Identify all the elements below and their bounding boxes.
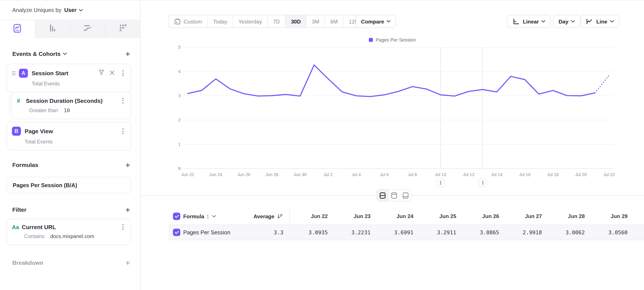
date-column-header[interactable]: Jun 23 <box>331 208 371 224</box>
cell-value: 3.0935 <box>288 225 328 241</box>
add-event-button[interactable]: + <box>126 50 130 58</box>
property-name[interactable]: Session Duration (Seconds) <box>26 97 116 104</box>
row-checkbox[interactable] <box>173 229 180 236</box>
dot-grid-icon <box>118 23 128 35</box>
formulas-section-header: Formulas + <box>12 161 130 168</box>
date-column-header[interactable]: Jun 27 <box>502 208 542 224</box>
formula-card[interactable]: Pages Per Session (B/A) <box>6 177 131 193</box>
filter-card[interactable]: Aa Current URL Contains docs.mixpanel.co… <box>6 219 131 245</box>
insights-report: Analyze Uniques by User <box>0 0 644 290</box>
x-tick-label: Jul 18 <box>547 172 559 177</box>
layout-split-toggle[interactable] <box>377 190 388 201</box>
tab-line-chart[interactable] <box>0 20 35 38</box>
report-type-tabs <box>0 20 140 38</box>
condition-value[interactable]: 10 <box>64 107 70 114</box>
event-card-session-start[interactable]: A Session Start Total Events <box>6 64 131 92</box>
x-tick-label: Jul 2 <box>324 172 333 177</box>
event-name[interactable]: Session Start <box>32 70 95 77</box>
sort-descending-icon <box>277 213 282 219</box>
event-menu-icon[interactable] <box>120 128 126 134</box>
table-row-pages-per-session[interactable]: Pages Per Session 3.3 3.09353.22313.6991… <box>168 224 644 240</box>
event-card-page-view[interactable]: B Page View Total Events <box>6 122 131 150</box>
filter-section-title: Filter <box>12 206 26 213</box>
add-filter-button[interactable]: + <box>126 206 130 213</box>
condition-operator[interactable]: Greater than <box>29 108 58 114</box>
x-tick-label: Jul 16 <box>519 172 531 177</box>
y-tick-label: 4 <box>178 69 181 74</box>
remove-event-icon[interactable] <box>110 70 115 77</box>
event-menu-icon[interactable] <box>120 70 126 76</box>
filter-value[interactable]: docs.mixpanel.com <box>50 233 94 239</box>
property-filter-card[interactable]: # Session Duration (Seconds) Greater tha… <box>12 92 131 119</box>
average-label: Average <box>254 213 274 219</box>
average-column-header[interactable]: Average <box>222 208 282 224</box>
chevron-down-icon <box>79 9 83 11</box>
number-property-icon: # <box>17 97 26 104</box>
cell-value: 3.0865 <box>460 225 499 241</box>
date-column-header[interactable]: Jun 24 <box>374 208 414 224</box>
x-tick-label: Jul 6 <box>380 172 389 177</box>
breakdown-section-header: Breakdown + <box>12 259 130 266</box>
filter-property-name[interactable]: Current URL <box>22 224 116 230</box>
top-bar-layout-icon <box>390 191 398 199</box>
line-chart[interactable]: 01234511Jun 22Jun 24Jun 26Jun 28Jun 30Ju… <box>140 1 644 194</box>
formula-number: 1 <box>206 213 209 219</box>
analyze-by-bar[interactable]: Analyze Uniques by User <box>0 1 140 20</box>
add-breakdown-button[interactable]: + <box>126 259 130 266</box>
tab-flow[interactable] <box>70 20 105 38</box>
y-tick-label: 5 <box>178 45 181 50</box>
property-menu-icon[interactable] <box>120 98 126 103</box>
layout-chart-only-toggle[interactable] <box>388 190 400 201</box>
x-tick-label: Jul 20 <box>575 172 587 177</box>
layout-table-only-toggle[interactable] <box>400 190 411 201</box>
row-average-value: 3.3 <box>250 225 283 241</box>
y-tick-label: 0 <box>178 166 181 171</box>
cell-value: 3.0062 <box>546 225 585 241</box>
tab-retention[interactable] <box>105 20 140 38</box>
filter-operator[interactable]: Contains <box>24 233 44 239</box>
x-tick-label: Jul 22 <box>604 172 615 177</box>
filter-funnel-icon[interactable] <box>98 70 104 77</box>
series-line[interactable] <box>188 65 595 97</box>
date-column-header[interactable]: Jun 28 <box>546 208 585 224</box>
string-property-icon: Aa <box>12 224 22 230</box>
cell-value: 3.0560 <box>588 225 628 241</box>
select-all-checkbox[interactable] <box>173 213 180 220</box>
split-layout-icon <box>378 191 386 199</box>
chevron-down-icon[interactable] <box>63 53 67 55</box>
x-tick-label: Jun 24 <box>209 172 222 177</box>
event-name[interactable]: Page View <box>24 128 116 134</box>
cell-value: 3.6991 <box>374 225 414 241</box>
cell-value: 2.9918 <box>502 225 542 241</box>
events-section-title: Events & Cohorts <box>12 51 60 57</box>
filter-section-header: Filter + <box>12 206 130 213</box>
x-tick-label: Jul 14 <box>491 172 502 177</box>
formula-name[interactable]: Pages Per Session (B/A) <box>13 182 77 188</box>
formula-selector[interactable]: Formula 1 <box>183 208 216 224</box>
tab-bar-chart[interactable] <box>35 20 70 38</box>
chevron-down-icon <box>212 215 216 217</box>
filter-menu-icon[interactable] <box>120 224 126 230</box>
analyze-by-value[interactable]: User <box>64 7 77 13</box>
add-formula-button[interactable]: + <box>126 161 130 168</box>
date-column-header[interactable]: Jun 26 <box>460 208 499 224</box>
events-section-header: Events & Cohorts + <box>12 50 130 58</box>
date-column-header[interactable]: Jun 22 <box>288 208 328 224</box>
x-tick-label: Jun 26 <box>237 172 250 177</box>
y-tick-label: 1 <box>178 142 181 147</box>
event-measure[interactable]: Total Events <box>32 81 126 87</box>
date-column-header[interactable]: Jun 29 <box>588 208 628 224</box>
x-tick-label: Jul 4 <box>352 172 361 177</box>
x-tick-label: Jul 10 <box>435 172 446 177</box>
query-builder-sidebar: Analyze Uniques by User <box>0 1 140 290</box>
x-tick-label: Jul 8 <box>408 172 417 177</box>
row-name: Pages Per Session <box>183 225 230 241</box>
table-header-row: Formula 1 Average Jun 22Jun 23Jun 24Jun … <box>140 208 644 224</box>
flow-icon <box>82 23 93 35</box>
analyze-by-label: Analyze Uniques by <box>12 7 62 13</box>
formula-label: Formula <box>183 213 204 219</box>
date-column-header[interactable]: Jun 25 <box>417 208 456 224</box>
formulas-section-title: Formulas <box>12 162 38 168</box>
event-measure[interactable]: Total Events <box>24 139 126 145</box>
drag-handle-icon[interactable] <box>12 71 16 75</box>
